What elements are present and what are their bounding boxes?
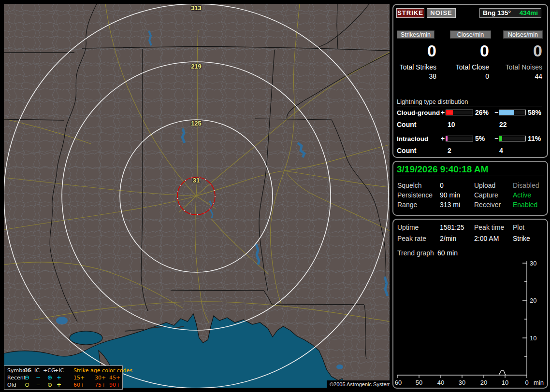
trend-spike [499,371,506,375]
capture-label: Capture [474,191,498,199]
peak-time-label: Peak time [474,224,504,231]
status-panel: 3/19/2026 9:40:18 AM Squelch 0 Upload Di… [392,161,548,216]
total-noises-label: Total Noises [503,63,542,71]
cg-neg-sign: − [494,109,498,116]
peak-rate-value: 2/min [440,235,456,242]
strikes-rate-value: 0 [397,42,436,60]
cg-neg-bar [499,110,526,115]
intracloud-label: Intracloud [397,135,428,142]
pos-cg-recent-icon: ⊕ [45,374,54,381]
legend-col-pos-ic: +IC [54,367,64,374]
total-close-value: 0 [450,72,489,80]
squelch-value: 0 [440,182,444,189]
datetime-rule [396,176,544,176]
strike-button[interactable]: STRIKE [396,8,424,18]
noises-rate-value: 0 [503,42,542,60]
ic-pos-count: 2 [448,147,451,154]
app-window: { "colors":{ "accent_green":"#00e64d","s… [0,0,550,392]
cg-pos-bar [446,110,473,115]
range-value: 313 mi [440,201,460,209]
ic-count-label: Count [397,147,416,154]
noise-button[interactable]: NOISE [427,8,456,18]
cg-count-label: Count [397,121,416,128]
trend-panel: Uptime 1581:25 Peak time Plot Peak rate … [392,219,548,389]
peak-time-value: 2:00 AM [474,235,499,242]
age-30: 30+ [95,375,106,381]
upload-label: Upload [474,182,495,189]
persistence-label: Persistence [397,191,433,199]
total-close-label: Total Close [450,63,489,71]
trend-y-major-ticks [522,263,527,338]
legend-col-pos-cg: +CG [43,367,55,374]
trend-axes [397,261,527,375]
total-strikes-value: 38 [397,72,436,80]
legend-col-neg-cg: -CG [22,367,31,374]
legend-age-header: Strike age color codes [73,367,132,374]
strikes-per-min-header[interactable]: Strikes/min [397,30,434,39]
legend-col-neg-ic: -IC [32,367,40,374]
trend-y-10: 10 [530,335,536,342]
legend-row-old-label: Old [7,382,16,388]
ring-label-31: 31 [193,177,200,184]
cg-pos-sign: + [441,109,445,116]
neg-cg-old-icon: ⊖ [23,381,31,388]
age-90: 90+ [109,382,120,388]
trend-x-30: 30 [459,379,465,386]
datetime-display: 3/19/2026 9:40:18 AM [397,164,488,175]
age-15: 15+ [73,375,85,381]
neg-ic-old-icon: − [34,381,43,388]
symbols-legend: Symbols -CG -IC +CG +IC Strike age color… [4,365,123,390]
trend-graph: 30 20 10 60 50 40 30 20 10 0 min [394,258,547,387]
ic-neg-pct: 11% [528,135,541,142]
total-strikes-label: Total Strikes [397,63,436,71]
trend-x-50: 50 [416,379,422,386]
lake-pontchartrain [70,331,102,345]
trend-y-30: 30 [530,260,536,267]
ic-neg-count: 4 [499,147,503,154]
trend-x-40: 40 [437,379,444,386]
trend-graph-value: 60 min [437,249,458,257]
age-75: 75+ [95,382,106,388]
uptime-label: Uptime [397,224,419,231]
map[interactable]: 313 219 125 31 ©2005 Astrogenic Systems [4,4,390,388]
persistence-value: 90 min [440,191,460,199]
rates-panel: STRIKE NOISE Bng 135° 434mi Strikes/min … [392,4,548,158]
neg-cg-recent-icon: ⊖ [23,374,31,381]
pos-ic-old-icon: + [55,381,63,388]
ic-pos-bar [446,136,473,141]
cg-neg-pct: 58% [528,109,541,116]
trend-x-ticks [397,375,527,378]
plot-label: Plot [513,224,524,231]
copyright-text: ©2005 Astrogenic Systems [330,381,390,387]
cloud-ground-label: Cloud-ground [397,109,440,116]
peak-rate-label: Peak rate [397,235,426,242]
trend-x-unit: min [534,379,544,386]
cg-pos-count: 10 [448,121,455,128]
pos-cg-old-icon: ⊕ [45,381,54,388]
noises-per-min-header[interactable]: Noises/min [503,30,543,39]
distribution-title: Lightning type distribution [397,98,542,107]
receiver-status: Enabled [513,201,537,209]
trend-x-0: 0 [525,379,528,386]
ic-pos-sign: + [441,135,445,142]
age-45: 45+ [109,375,120,381]
receiver-label: Receiver [474,201,501,209]
ic-neg-sign: − [494,135,498,142]
trend-graph-label: Trend graph [397,249,434,257]
bearing-distance: 434mi [520,9,538,17]
upload-status: Disabled [513,182,539,189]
uptime-value: 1581:25 [440,224,464,231]
close-per-min-header[interactable]: Close/min [450,30,491,39]
neg-ic-recent-icon: − [34,374,43,381]
pos-ic-recent-icon: + [55,374,63,381]
bearing-readout: Bng 135° 434mi [479,8,541,18]
ring-label-125: 125 [191,120,202,127]
bearing-label: Bng 135° [483,9,511,17]
plot-value: Strike [513,235,530,242]
cg-neg-count: 22 [499,121,507,128]
age-60: 60+ [73,382,85,388]
squelch-label: Squelch [397,182,422,189]
range-label: Range [397,201,417,209]
ic-pos-pct: 5% [475,135,485,142]
trend-x-20: 20 [480,379,487,386]
